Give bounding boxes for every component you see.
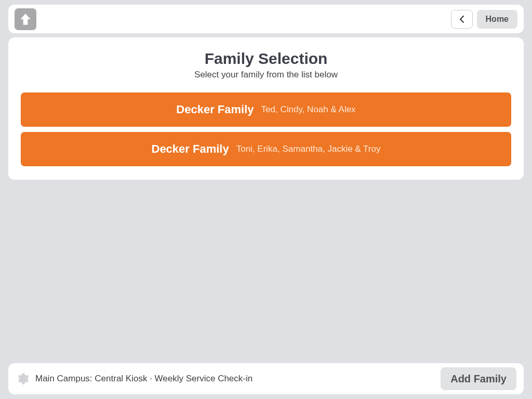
back-button[interactable] xyxy=(451,10,473,29)
family-members: Toni, Erika, Samantha, Jackie & Troy xyxy=(236,144,381,154)
app-logo xyxy=(15,8,36,30)
page-title: Family Selection xyxy=(21,50,511,68)
bottom-bar: Main Campus: Central Kiosk · Weekly Serv… xyxy=(8,363,524,394)
spacer xyxy=(0,180,532,359)
family-item[interactable]: Decker Family Toni, Erika, Samantha, Jac… xyxy=(21,132,511,166)
family-selection-card: Family Selection Select your family from… xyxy=(8,37,524,180)
home-button[interactable]: Home xyxy=(477,10,517,29)
add-family-button[interactable]: Add Family xyxy=(441,367,516,390)
logo-arrow-icon xyxy=(19,12,32,26)
family-members: Ted, Cindy, Noah & Alex xyxy=(261,104,356,115)
top-bar: Home xyxy=(8,5,524,33)
gear-icon[interactable] xyxy=(16,372,29,385)
status-text: Main Campus: Central Kiosk · Weekly Serv… xyxy=(35,374,252,384)
page-subtitle: Select your family from the list below xyxy=(21,70,511,80)
top-actions: Home xyxy=(451,10,517,29)
family-name: Decker Family xyxy=(176,103,254,116)
chevron-left-icon xyxy=(459,16,464,23)
family-list: Decker Family Ted, Cindy, Noah & Alex De… xyxy=(21,92,511,166)
family-item[interactable]: Decker Family Ted, Cindy, Noah & Alex xyxy=(21,92,511,127)
family-name: Decker Family xyxy=(152,142,229,156)
bottom-left: Main Campus: Central Kiosk · Weekly Serv… xyxy=(16,372,252,385)
